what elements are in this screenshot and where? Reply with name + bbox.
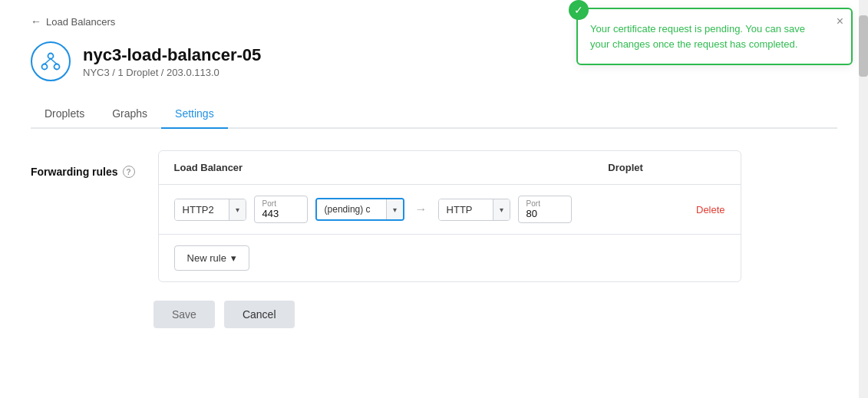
tabs-bar: Droplets Graphs Settings — [31, 100, 837, 129]
save-button[interactable]: Save — [153, 301, 215, 328]
rule-arrow-icon: → — [412, 202, 431, 216]
lb-port-value[interactable]: 443 — [262, 208, 299, 219]
col-lb-label: Load Balancer — [174, 162, 373, 173]
tab-droplets[interactable]: Droplets — [31, 100, 98, 129]
lb-subtitle: NYC3 / 1 Droplet / 203.0.113.0 — [83, 67, 261, 78]
droplet-port-group: Port 80 — [518, 196, 572, 223]
new-rule-row: New rule ▾ — [159, 235, 741, 281]
new-rule-label: New rule — [187, 252, 226, 264]
section-label-text: Forwarding rules — [31, 166, 118, 178]
svg-point-0 — [48, 54, 54, 59]
delete-rule-button[interactable]: Delete — [696, 204, 725, 215]
lb-icon — [31, 41, 71, 81]
section-label: Forwarding rules ? — [31, 150, 135, 178]
col-droplet-label: Droplet — [526, 162, 725, 173]
scrollbar-thumb[interactable] — [859, 15, 868, 77]
lb-protocol-select[interactable]: HTTP2 ▾ — [174, 199, 246, 221]
toast-notification: ✓ × Your certificate request is pending.… — [576, 8, 853, 65]
cancel-button[interactable]: Cancel — [224, 301, 295, 328]
forwarding-rules-section: Forwarding rules ? Load Balancer Droplet… — [31, 150, 837, 282]
lb-protocol-value: HTTP2 — [175, 199, 229, 220]
scrollbar[interactable] — [859, 0, 868, 398]
new-rule-button[interactable]: New rule ▾ — [174, 245, 249, 271]
cert-select[interactable]: (pending) c ▾ — [315, 198, 404, 221]
cert-value: (pending) c — [317, 199, 386, 219]
toast-close-button[interactable]: × — [837, 15, 843, 28]
toast-message: Your certificate request is pending. You… — [590, 21, 823, 51]
page: ← Load Balancers nyc3-load-balancer-05 N… — [0, 0, 868, 398]
lb-svg-icon — [40, 51, 61, 72]
svg-line-4 — [51, 59, 57, 64]
svg-point-2 — [54, 64, 60, 70]
lb-protocol-arrow-icon[interactable]: ▾ — [229, 199, 246, 220]
droplet-port-value[interactable]: 80 — [526, 208, 563, 219]
tab-settings[interactable]: Settings — [161, 100, 228, 129]
droplet-protocol-arrow-icon[interactable]: ▾ — [493, 199, 510, 220]
back-arrow-icon: ← — [31, 15, 41, 28]
new-rule-arrow-icon: ▾ — [231, 252, 236, 264]
lb-port-label: Port — [262, 199, 299, 208]
svg-line-3 — [45, 59, 51, 64]
back-link-label: Load Balancers — [46, 16, 115, 28]
help-icon[interactable]: ? — [123, 166, 135, 178]
droplet-protocol-select[interactable]: HTTP ▾ — [438, 199, 510, 221]
droplet-port-label: Port — [526, 199, 563, 208]
droplet-protocol-value: HTTP — [439, 199, 493, 220]
rules-card-header: Load Balancer Droplet — [159, 151, 741, 185]
cert-arrow-icon[interactable]: ▾ — [386, 199, 403, 219]
toast-check-icon: ✓ — [569, 0, 589, 20]
tab-graphs[interactable]: Graphs — [98, 100, 161, 129]
lb-name: nyc3-load-balancer-05 — [83, 45, 261, 65]
action-buttons: Save Cancel — [153, 301, 837, 328]
rule-row: HTTP2 ▾ Port 443 (pending) c ▾ → HTTP — [159, 185, 741, 235]
svg-point-1 — [42, 64, 48, 70]
rules-card: Load Balancer Droplet HTTP2 ▾ Port 443 (… — [158, 150, 741, 282]
lb-port-group: Port 443 — [254, 196, 308, 223]
lb-info: nyc3-load-balancer-05 NYC3 / 1 Droplet /… — [83, 45, 261, 78]
